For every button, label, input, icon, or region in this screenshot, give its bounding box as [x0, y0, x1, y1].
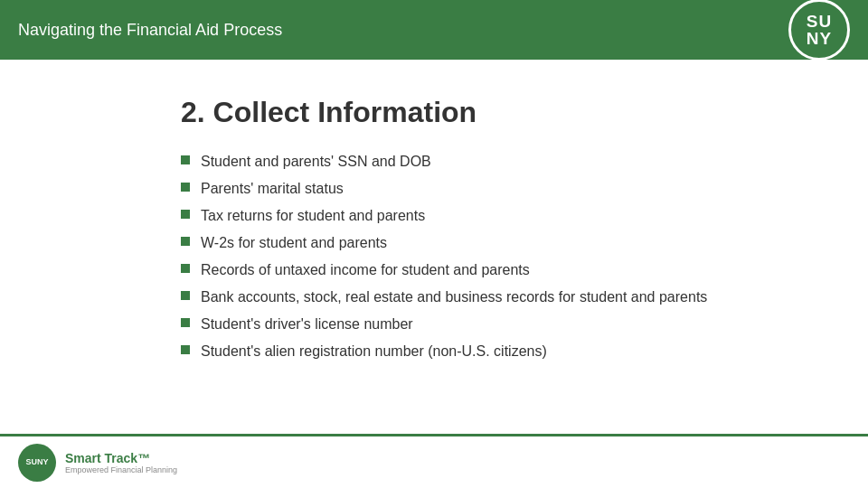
bullet-text: Parents' marital status [201, 178, 796, 200]
bullet-icon [181, 237, 190, 246]
main-content: 2. Collect Information Student and paren… [0, 60, 868, 395]
bullet-icon [181, 210, 190, 219]
bullet-icon [181, 318, 190, 327]
bullet-icon [181, 183, 190, 192]
list-item: Student's alien registration number (non… [181, 341, 796, 362]
suny-logo: SU NY [788, 0, 850, 61]
list-item: Student's driver's license number [181, 314, 796, 335]
brand-name: Smart Track™ [65, 451, 177, 465]
bullet-text: Student's alien registration number (non… [201, 341, 796, 362]
suny-logo-line2: NY [807, 30, 832, 47]
list-item: Tax returns for student and parents [181, 205, 796, 227]
list-item: Student and parents' SSN and DOB [181, 151, 796, 173]
brand-tagline: Empowered Financial Planning [65, 465, 177, 474]
suny-small-logo: SUNY [18, 444, 56, 482]
section-title: 2. Collect Information [181, 96, 796, 129]
bullet-icon [181, 264, 190, 273]
list-item: Parents' marital status [181, 178, 796, 200]
list-item: W-2s for student and parents [181, 232, 796, 254]
bullet-text: Tax returns for student and parents [201, 205, 796, 227]
bullet-text: Student and parents' SSN and DOB [201, 151, 796, 173]
footer-bar: SUNY Smart Track™ Empowered Financial Pl… [0, 434, 868, 488]
header-title: Navigating the Financial Aid Process [18, 21, 282, 40]
list-item: Bank accounts, stock, real estate and bu… [181, 286, 796, 308]
bullet-list: Student and parents' SSN and DOBParents'… [181, 151, 796, 362]
section-number: 2. [181, 96, 205, 128]
header-bar: Navigating the Financial Aid Process SU … [0, 0, 868, 60]
list-item: Records of untaxed income for student an… [181, 259, 796, 281]
bullet-text: W-2s for student and parents [201, 232, 796, 254]
bullet-icon [181, 155, 190, 164]
bullet-icon [181, 291, 190, 300]
bullet-text: Student's driver's license number [201, 314, 796, 335]
bullet-icon [181, 345, 190, 354]
suny-logo-line1: SU [807, 13, 832, 30]
bullet-text: Records of untaxed income for student an… [201, 259, 796, 281]
smart-track-text-block: Smart Track™ Empowered Financial Plannin… [65, 451, 177, 474]
bullet-text: Bank accounts, stock, real estate and bu… [201, 286, 796, 308]
smart-track-logo: SUNY Smart Track™ Empowered Financial Pl… [18, 444, 177, 482]
section-title-text: Collect Information [213, 96, 477, 128]
